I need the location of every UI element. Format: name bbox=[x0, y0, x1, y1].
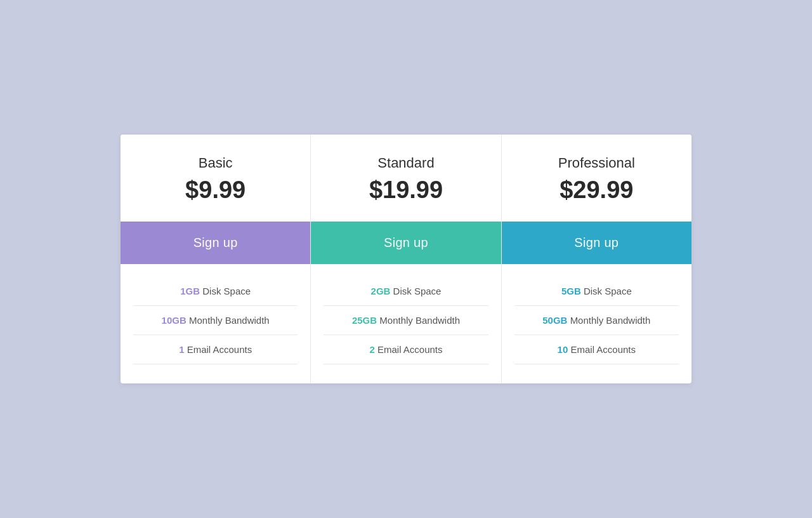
plan-standard-bandwidth-label: Monthly Bandwidth bbox=[379, 315, 460, 326]
plan-professional-signup[interactable]: Sign up bbox=[502, 222, 691, 264]
plan-standard-email-value: 2 bbox=[369, 344, 374, 355]
plan-standard-email-label: Email Accounts bbox=[377, 344, 443, 355]
plan-professional-header: Professional $29.99 bbox=[502, 135, 691, 222]
plan-professional-bandwidth: 50GB Monthly Bandwidth bbox=[514, 306, 679, 335]
plan-standard-bandwidth: 25GB Monthly Bandwidth bbox=[324, 306, 488, 335]
plan-basic-price: $9.99 bbox=[133, 176, 298, 204]
plan-professional-email-label: Email Accounts bbox=[570, 344, 636, 355]
plan-professional-disk-value: 5GB bbox=[561, 286, 581, 296]
plan-standard-signup[interactable]: Sign up bbox=[311, 222, 501, 264]
plan-basic-email-value: 1 bbox=[179, 344, 184, 355]
plan-standard-header: Standard $19.99 bbox=[311, 135, 501, 222]
plan-basic-signup[interactable]: Sign up bbox=[121, 222, 310, 264]
plan-standard: Standard $19.99 Sign up 2GB Disk Space 2… bbox=[311, 135, 501, 383]
plan-professional-bandwidth-value: 50GB bbox=[542, 315, 567, 326]
plan-basic: Basic $9.99 Sign up 1GB Disk Space 10GB … bbox=[121, 135, 311, 383]
plan-standard-email: 2 Email Accounts bbox=[324, 335, 488, 364]
plan-basic-bandwidth: 10GB Monthly Bandwidth bbox=[133, 306, 298, 335]
pricing-table: Basic $9.99 Sign up 1GB Disk Space 10GB … bbox=[121, 135, 691, 383]
plan-professional-price: $29.99 bbox=[514, 176, 679, 204]
plan-basic-disk-value: 1GB bbox=[180, 286, 200, 296]
plan-professional-features: 5GB Disk Space 50GB Monthly Bandwidth 10… bbox=[502, 264, 691, 383]
plan-professional-disk-label: Disk Space bbox=[584, 286, 632, 296]
plan-professional: Professional $29.99 Sign up 5GB Disk Spa… bbox=[502, 135, 691, 383]
plan-standard-disk-label: Disk Space bbox=[393, 286, 442, 296]
plan-basic-bandwidth-value: 10GB bbox=[162, 315, 187, 326]
plan-professional-bandwidth-label: Monthly Bandwidth bbox=[570, 315, 651, 326]
plan-standard-bandwidth-value: 25GB bbox=[352, 315, 377, 326]
plan-professional-email-value: 10 bbox=[558, 344, 568, 355]
plan-professional-name: Professional bbox=[514, 155, 679, 171]
plan-basic-bandwidth-label: Monthly Bandwidth bbox=[189, 315, 270, 326]
plan-standard-price: $19.99 bbox=[324, 176, 488, 204]
plan-basic-disk: 1GB Disk Space bbox=[133, 277, 298, 306]
plan-standard-disk: 2GB Disk Space bbox=[324, 277, 488, 306]
plan-professional-email: 10 Email Accounts bbox=[514, 335, 679, 364]
plan-standard-name: Standard bbox=[324, 155, 488, 171]
plan-basic-email-label: Email Accounts bbox=[187, 344, 252, 355]
plan-basic-email: 1 Email Accounts bbox=[133, 335, 298, 364]
plan-standard-features: 2GB Disk Space 25GB Monthly Bandwidth 2 … bbox=[311, 264, 501, 383]
plan-basic-features: 1GB Disk Space 10GB Monthly Bandwidth 1 … bbox=[121, 264, 310, 383]
plan-basic-name: Basic bbox=[133, 155, 298, 171]
plan-standard-disk-value: 2GB bbox=[371, 286, 391, 296]
plan-basic-disk-label: Disk Space bbox=[202, 286, 251, 296]
plan-basic-header: Basic $9.99 bbox=[121, 135, 310, 222]
plan-professional-disk: 5GB Disk Space bbox=[514, 277, 679, 306]
